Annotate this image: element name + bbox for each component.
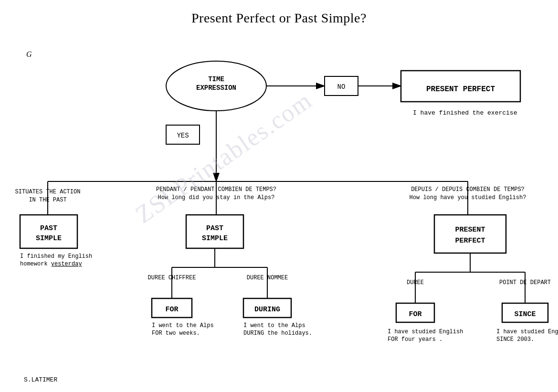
svg-rect-30 xyxy=(434,215,506,253)
svg-text:EXPRESSION: EXPRESSION xyxy=(196,84,236,92)
svg-text:SINCE 2003.: SINCE 2003. xyxy=(496,336,534,343)
svg-text:I have studied English: I have studied English xyxy=(496,328,558,335)
svg-text:DUREE: DUREE xyxy=(407,279,424,286)
svg-text:DUREE CHIFFREE: DUREE CHIFFREE xyxy=(148,275,196,281)
svg-text:PAST: PAST xyxy=(206,224,223,233)
svg-text:PAST: PAST xyxy=(40,224,57,233)
svg-text:How long have you studied Engl: How long have you studied English? xyxy=(410,194,526,201)
svg-text:I have finished the exercise: I have finished the exercise xyxy=(413,109,517,117)
svg-text:IN THE PAST: IN THE PAST xyxy=(29,197,66,203)
svg-text:NO: NO xyxy=(337,83,346,91)
svg-text:SITUATES THE ACTION: SITUATES THE ACTION xyxy=(15,189,81,195)
svg-text:YES: YES xyxy=(177,132,189,139)
svg-text:DEPUIS / DEPUIS COMBIEN DE TEM: DEPUIS / DEPUIS COMBIEN DE TEMPS? xyxy=(411,186,525,193)
diagram-container: TIME EXPRESSION NO PRESENT PERFECT I hav… xyxy=(0,29,558,392)
svg-text:FOR four years .: FOR four years . xyxy=(388,336,442,343)
credit: S.LATIMER xyxy=(24,376,57,383)
svg-text:TIME: TIME xyxy=(208,75,224,83)
svg-text:PENDANT / PENDANT COMBIEN DE T: PENDANT / PENDANT COMBIEN DE TEMPS? xyxy=(156,186,276,193)
svg-text:homework yesterday: homework yesterday xyxy=(20,261,82,267)
svg-text:FOR: FOR xyxy=(165,306,178,314)
svg-text:DURING: DURING xyxy=(254,306,280,314)
svg-text:I finished my English: I finished my English xyxy=(20,253,92,260)
svg-text:SINCE: SINCE xyxy=(514,310,536,318)
svg-text:I have studied English: I have studied English xyxy=(388,328,463,335)
svg-text:SIMPLE: SIMPLE xyxy=(202,234,228,243)
svg-text:I went to the Alps: I went to the Alps xyxy=(243,322,305,329)
svg-text:FOR: FOR xyxy=(409,310,421,318)
svg-text:PERFECT: PERFECT xyxy=(455,237,485,245)
svg-text:PRESENT: PRESENT xyxy=(455,226,485,234)
page-title: Present Perfect or Past Simple? xyxy=(0,0,558,26)
svg-text:How long did you stay in the A: How long did you stay in the Alps? xyxy=(158,194,275,201)
svg-text:DURING the holidays.: DURING the holidays. xyxy=(243,330,312,337)
svg-text:FOR two weeks.: FOR two weeks. xyxy=(152,330,200,337)
svg-text:SIMPLE: SIMPLE xyxy=(36,234,62,243)
svg-text:PRESENT PERFECT: PRESENT PERFECT xyxy=(426,85,495,94)
svg-text:DUREE NOMMEE: DUREE NOMMEE xyxy=(247,275,288,281)
svg-text:I went to the Alps: I went to the Alps xyxy=(152,322,214,329)
svg-text:POINT DE DEPART: POINT DE DEPART xyxy=(499,279,551,286)
